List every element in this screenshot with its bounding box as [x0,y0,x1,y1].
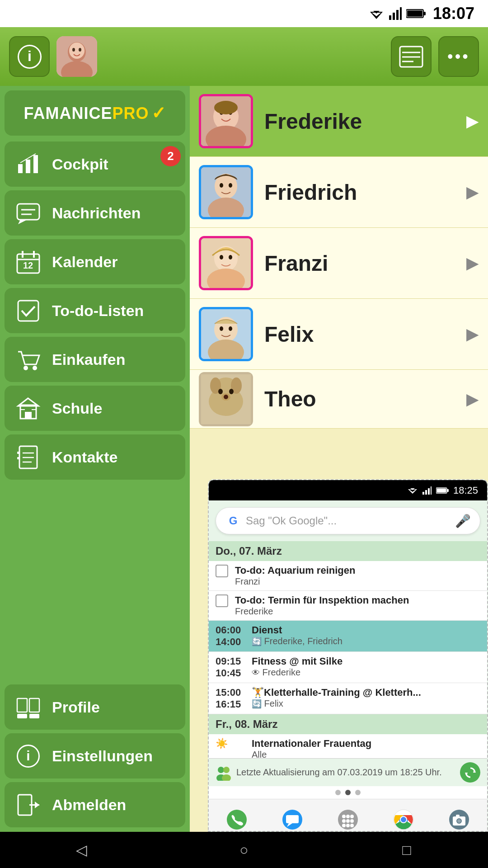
recents-button[interactable]: □ [380,836,434,863]
svg-point-114 [346,819,350,823]
svg-rect-40 [25,412,32,419]
cal-item-2[interactable]: To-do: Termin für Inspektion machen Fred… [209,591,487,621]
frederike-image [201,96,251,146]
franzi-avatar [199,236,253,290]
sidebar-item-einkaufen[interactable]: Einkaufen [5,337,185,382]
avatar-image [56,36,97,77]
info-button[interactable]: i [9,36,50,77]
sidebar: FAMANICEPRO✓ Cockpit 2 [0,86,190,832]
overlay-bottom-app-bar [209,799,487,832]
google-logo: G [225,513,241,529]
svg-point-77 [220,326,223,331]
sidebar-item-profile[interactable]: Profile [5,684,185,730]
sidebar-item-kontakte[interactable]: Kontakte [5,434,185,480]
svg-point-105 [227,810,247,830]
svg-rect-4 [393,13,395,20]
svg-text:12: 12 [23,260,33,270]
chrome-button[interactable] [376,799,432,832]
svg-point-122 [401,817,406,822]
cal-detail-4: Fitness @ mit Silke 👁 Frederike [252,656,480,678]
cal-item-6[interactable]: ☀️ Internationaler Frauentag Alle [209,734,487,758]
cal-title-3: Dienst [252,624,480,636]
back-button[interactable]: ◁ [54,836,108,863]
svg-point-17 [79,48,81,52]
overlay-battery-icon [436,487,449,494]
friedrich-image [201,167,251,217]
cal-item-1[interactable]: To-do: Aquarium reinigen Franzi [209,561,487,591]
checkbox-2[interactable] [216,594,228,607]
cal-time-5a: 15:00 [216,687,247,698]
todo-icon [14,296,43,326]
einkaufen-label: Einkaufen [52,351,125,368]
kalender-label: Kalender [52,253,118,271]
home-button[interactable]: ○ [217,836,271,863]
member-franzi[interactable]: Franzi ▶ [190,228,488,299]
chrome-icon [393,809,414,830]
cal-sub-3: 🔄 Frederike, Friedrich [252,636,480,646]
family-icon [216,764,232,781]
svg-rect-107 [286,815,299,823]
svg-point-85 [218,389,223,394]
update-text: Letzte Aktualisierung am 07.03.2019 um 1… [236,767,442,778]
sidebar-item-cockpit[interactable]: Cockpit 2 [5,142,185,187]
svg-point-126 [457,819,461,823]
messages-app-button[interactable] [264,799,320,832]
toolbar-left: i [9,36,97,77]
cal-detail-5: 🏋Kletterhalle-Training @ Kletterh... 🔄 F… [252,687,480,709]
camera-button[interactable] [432,799,487,832]
cal-title-4: Fitness @ mit Silke [252,656,480,667]
app-logo[interactable]: FAMANICEPRO✓ [5,90,185,136]
svg-rect-92 [422,492,424,495]
sidebar-item-abmelden[interactable]: Abmelden [5,782,185,827]
cal-time-4b: 10:45 [216,667,247,679]
contact-button[interactable] [391,36,432,77]
kontakte-label: Kontakte [52,448,117,466]
svg-rect-52 [29,714,39,718]
member-friedrich[interactable]: Friedrich ▶ [190,157,488,228]
phone-app-button[interactable] [209,799,264,832]
cal-time-3b: 14:00 [216,636,247,648]
einstellungen-label: Einstellungen [52,747,153,765]
cal-item-5[interactable]: 15:00 16:15 🏋Kletterhalle-Training @ Kle… [209,683,487,714]
refresh-button[interactable] [460,762,480,783]
svg-point-111 [346,815,350,818]
svg-point-88 [224,395,228,399]
member-frederike[interactable]: Frederike ▶ [190,86,488,157]
date-section-1: Do., 07. März [209,541,487,561]
cal-item-4[interactable]: 09:15 10:45 Fitness @ mit Silke 👁 Freder… [209,652,487,683]
svg-marker-57 [35,802,39,808]
svg-rect-49 [17,698,27,712]
svg-rect-24 [33,155,38,173]
cal-item-3[interactable]: 06:00 14:00 Dienst 🔄 Frederike, Friedric… [209,621,487,652]
cal-sub-1: Franzi [235,576,480,587]
mic-icon: 🎤 [455,514,471,528]
sidebar-item-todo[interactable]: To-do-Listen [5,288,185,333]
search-placeholder-text: Sag "Ok Google"... [246,514,450,527]
back-icon: ◁ [76,841,87,859]
cockpit-badge: 2 [160,146,181,166]
member-theo[interactable]: Theo ▶ [190,370,488,429]
sidebar-item-kalender[interactable]: 12 Kalender [5,239,185,284]
svg-point-118 [350,824,354,827]
status-icons [368,7,426,20]
nachrichten-icon [14,198,43,228]
cal-detail-6: Internationaler Frauentag Alle [252,738,480,758]
theo-avatar [199,372,253,426]
user-avatar[interactable] [56,36,97,77]
overlay-search-bar[interactable]: G Sag "Ok Google"... 🎤 [216,507,480,534]
info-icon: i [17,44,42,69]
overlay-nav-dots [209,786,487,799]
sidebar-item-einstellungen[interactable]: i Einstellungen [5,733,185,778]
member-felix[interactable]: Felix ▶ [190,299,488,370]
more-button[interactable]: ••• [438,36,479,77]
cal-title-1: To-do: Aquarium reinigen [235,565,480,576]
cal-title-6: Internationaler Frauentag [252,738,480,750]
checkbox-1[interactable] [216,565,228,577]
apps-button[interactable] [320,799,375,832]
signal-icon [389,7,402,20]
kalender-icon: 12 [14,247,43,277]
svg-rect-34 [18,301,38,321]
svg-point-110 [342,815,346,818]
sidebar-item-nachrichten[interactable]: Nachrichten [5,190,185,236]
sidebar-item-schule[interactable]: Schule [5,386,185,431]
